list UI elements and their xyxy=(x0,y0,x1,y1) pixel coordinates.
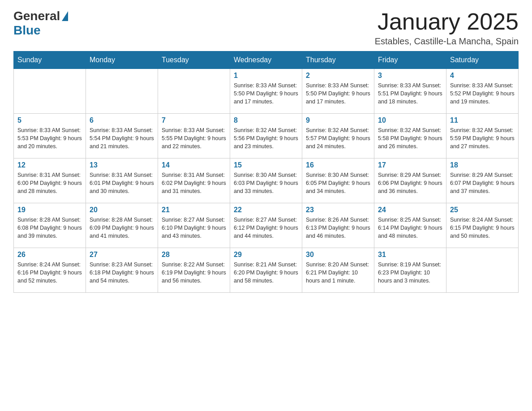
calendar-cell: 17Sunrise: 8:29 AM Sunset: 6:06 PM Dayli… xyxy=(374,158,446,203)
day-number: 3 xyxy=(378,72,442,80)
day-number: 21 xyxy=(162,206,226,214)
header-monday: Monday xyxy=(86,51,158,69)
day-info: Sunrise: 8:23 AM Sunset: 6:18 PM Dayligh… xyxy=(90,261,154,285)
header: General Blue January 2025 Estables, Cast… xyxy=(13,9,519,47)
header-saturday: Saturday xyxy=(446,51,519,69)
day-info: Sunrise: 8:24 AM Sunset: 6:16 PM Dayligh… xyxy=(17,261,82,285)
calendar-cell: 21Sunrise: 8:27 AM Sunset: 6:10 PM Dayli… xyxy=(158,203,230,248)
day-number: 6 xyxy=(90,116,154,124)
calendar-cell: 19Sunrise: 8:28 AM Sunset: 6:08 PM Dayli… xyxy=(14,203,86,248)
day-number: 30 xyxy=(306,251,370,259)
day-number: 22 xyxy=(234,206,298,214)
calendar-cell: 1Sunrise: 8:33 AM Sunset: 5:50 PM Daylig… xyxy=(230,69,302,114)
calendar-cell: 15Sunrise: 8:30 AM Sunset: 6:03 PM Dayli… xyxy=(230,158,302,203)
day-info: Sunrise: 8:31 AM Sunset: 6:00 PM Dayligh… xyxy=(17,171,82,195)
logo: General Blue xyxy=(13,9,68,38)
calendar-cell: 3Sunrise: 8:33 AM Sunset: 5:51 PM Daylig… xyxy=(374,69,446,114)
day-info: Sunrise: 8:26 AM Sunset: 6:13 PM Dayligh… xyxy=(306,216,370,240)
day-number: 23 xyxy=(306,206,370,214)
calendar-cell: 2Sunrise: 8:33 AM Sunset: 5:50 PM Daylig… xyxy=(302,69,374,114)
day-info: Sunrise: 8:32 AM Sunset: 5:57 PM Dayligh… xyxy=(306,126,370,150)
calendar-cell xyxy=(14,69,86,114)
day-number: 18 xyxy=(450,161,515,169)
day-number: 20 xyxy=(90,206,154,214)
day-info: Sunrise: 8:22 AM Sunset: 6:19 PM Dayligh… xyxy=(162,261,226,285)
calendar-cell: 14Sunrise: 8:31 AM Sunset: 6:02 PM Dayli… xyxy=(158,158,230,203)
day-info: Sunrise: 8:25 AM Sunset: 6:14 PM Dayligh… xyxy=(378,216,442,240)
day-number: 14 xyxy=(162,161,226,169)
day-info: Sunrise: 8:28 AM Sunset: 6:09 PM Dayligh… xyxy=(90,216,154,240)
calendar-cell: 29Sunrise: 8:21 AM Sunset: 6:20 PM Dayli… xyxy=(230,248,302,293)
day-info: Sunrise: 8:33 AM Sunset: 5:50 PM Dayligh… xyxy=(306,81,370,106)
logo-blue-text: Blue xyxy=(13,23,41,38)
day-info: Sunrise: 8:33 AM Sunset: 5:54 PM Dayligh… xyxy=(90,126,154,150)
logo-triangle-icon xyxy=(62,11,68,21)
calendar-week-2: 5Sunrise: 8:33 AM Sunset: 5:53 PM Daylig… xyxy=(14,114,519,158)
day-info: Sunrise: 8:33 AM Sunset: 5:51 PM Dayligh… xyxy=(378,81,442,106)
calendar-cell: 25Sunrise: 8:24 AM Sunset: 6:15 PM Dayli… xyxy=(446,203,519,248)
day-number: 4 xyxy=(450,72,515,80)
calendar-header-row: SundayMondayTuesdayWednesdayThursdayFrid… xyxy=(14,51,519,69)
day-info: Sunrise: 8:29 AM Sunset: 6:07 PM Dayligh… xyxy=(450,171,515,195)
header-sunday: Sunday xyxy=(14,51,86,69)
header-thursday: Thursday xyxy=(302,51,374,69)
day-info: Sunrise: 8:32 AM Sunset: 5:59 PM Dayligh… xyxy=(450,126,515,150)
calendar-cell: 5Sunrise: 8:33 AM Sunset: 5:53 PM Daylig… xyxy=(14,114,86,158)
calendar-cell xyxy=(158,69,230,114)
day-number: 5 xyxy=(17,116,82,124)
calendar-week-5: 26Sunrise: 8:24 AM Sunset: 6:16 PM Dayli… xyxy=(14,248,519,293)
day-number: 27 xyxy=(90,251,154,259)
day-number: 16 xyxy=(306,161,370,169)
day-number: 1 xyxy=(234,72,298,80)
day-info: Sunrise: 8:30 AM Sunset: 6:03 PM Dayligh… xyxy=(234,171,298,195)
day-info: Sunrise: 8:33 AM Sunset: 5:53 PM Dayligh… xyxy=(17,126,82,150)
day-info: Sunrise: 8:29 AM Sunset: 6:06 PM Dayligh… xyxy=(378,171,442,195)
calendar-cell: 6Sunrise: 8:33 AM Sunset: 5:54 PM Daylig… xyxy=(86,114,158,158)
calendar-cell: 10Sunrise: 8:32 AM Sunset: 5:58 PM Dayli… xyxy=(374,114,446,158)
calendar-subtitle: Estables, Castille-La Mancha, Spain xyxy=(375,36,519,47)
calendar-cell: 31Sunrise: 8:19 AM Sunset: 6:23 PM Dayli… xyxy=(374,248,446,293)
day-number: 19 xyxy=(17,206,82,214)
day-number: 17 xyxy=(378,161,442,169)
calendar-cell: 23Sunrise: 8:26 AM Sunset: 6:13 PM Dayli… xyxy=(302,203,374,248)
day-number: 11 xyxy=(450,116,515,124)
calendar-week-4: 19Sunrise: 8:28 AM Sunset: 6:08 PM Dayli… xyxy=(14,203,519,248)
day-number: 7 xyxy=(162,116,226,124)
day-number: 26 xyxy=(17,251,82,259)
day-number: 15 xyxy=(234,161,298,169)
calendar-cell: 8Sunrise: 8:32 AM Sunset: 5:56 PM Daylig… xyxy=(230,114,302,158)
day-number: 29 xyxy=(234,251,298,259)
day-info: Sunrise: 8:31 AM Sunset: 6:02 PM Dayligh… xyxy=(162,171,226,195)
calendar-table: SundayMondayTuesdayWednesdayThursdayFrid… xyxy=(13,51,519,293)
day-info: Sunrise: 8:21 AM Sunset: 6:20 PM Dayligh… xyxy=(234,261,298,285)
header-friday: Friday xyxy=(374,51,446,69)
day-info: Sunrise: 8:20 AM Sunset: 6:21 PM Dayligh… xyxy=(306,261,370,285)
day-info: Sunrise: 8:33 AM Sunset: 5:55 PM Dayligh… xyxy=(162,126,226,150)
day-number: 10 xyxy=(378,116,442,124)
day-info: Sunrise: 8:27 AM Sunset: 6:12 PM Dayligh… xyxy=(234,216,298,240)
day-info: Sunrise: 8:31 AM Sunset: 6:01 PM Dayligh… xyxy=(90,171,154,195)
day-info: Sunrise: 8:27 AM Sunset: 6:10 PM Dayligh… xyxy=(162,216,226,240)
day-info: Sunrise: 8:24 AM Sunset: 6:15 PM Dayligh… xyxy=(450,216,515,240)
calendar-cell: 12Sunrise: 8:31 AM Sunset: 6:00 PM Dayli… xyxy=(14,158,86,203)
day-number: 13 xyxy=(90,161,154,169)
day-info: Sunrise: 8:28 AM Sunset: 6:08 PM Dayligh… xyxy=(17,216,82,240)
calendar-cell: 27Sunrise: 8:23 AM Sunset: 6:18 PM Dayli… xyxy=(86,248,158,293)
day-info: Sunrise: 8:32 AM Sunset: 5:56 PM Dayligh… xyxy=(234,126,298,150)
header-tuesday: Tuesday xyxy=(158,51,230,69)
day-number: 24 xyxy=(378,206,442,214)
calendar-cell: 24Sunrise: 8:25 AM Sunset: 6:14 PM Dayli… xyxy=(374,203,446,248)
calendar-cell: 28Sunrise: 8:22 AM Sunset: 6:19 PM Dayli… xyxy=(158,248,230,293)
calendar-cell xyxy=(446,248,519,293)
day-number: 25 xyxy=(450,206,515,214)
calendar-week-3: 12Sunrise: 8:31 AM Sunset: 6:00 PM Dayli… xyxy=(14,158,519,203)
calendar-cell: 9Sunrise: 8:32 AM Sunset: 5:57 PM Daylig… xyxy=(302,114,374,158)
day-info: Sunrise: 8:30 AM Sunset: 6:05 PM Dayligh… xyxy=(306,171,370,195)
calendar-week-1: 1Sunrise: 8:33 AM Sunset: 5:50 PM Daylig… xyxy=(14,69,519,114)
day-info: Sunrise: 8:33 AM Sunset: 5:50 PM Dayligh… xyxy=(234,81,298,106)
title-block: January 2025 Estables, Castille-La Manch… xyxy=(375,9,519,47)
calendar-cell: 30Sunrise: 8:20 AM Sunset: 6:21 PM Dayli… xyxy=(302,248,374,293)
calendar-title: January 2025 xyxy=(375,9,519,34)
day-number: 9 xyxy=(306,116,370,124)
day-number: 8 xyxy=(234,116,298,124)
